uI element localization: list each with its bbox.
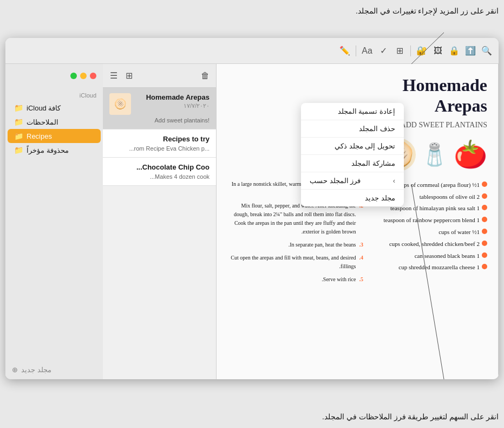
lock-icon[interactable]: 🔒: [449, 46, 460, 56]
deleted-folder-icon: 📁: [14, 146, 23, 154]
bullet-8: [482, 264, 487, 269]
toolbar: 🔍 ⬆️ 🔒 🖼 🔐 ⊞ ✓ Aa ✏️: [5, 38, 499, 64]
notes-list-toolbar: 🗑 ⊞ ☰: [103, 64, 216, 88]
context-menu-item-share[interactable]: مشاركة المجلد: [301, 155, 404, 172]
share-icon[interactable]: ⬆️: [465, 46, 476, 56]
instruction-2: 2. Mix flour, salt, pepper, and water. A…: [227, 202, 363, 236]
note-item-1-preview: !Add sweet plantains: [109, 117, 210, 124]
bullet-5: [482, 229, 487, 234]
tomato-illustration: 🍅: [454, 139, 487, 170]
all-icloud-folder-icon: 📁: [14, 103, 23, 112]
instruction-4: 4. Cut open the arepas and fill with mea…: [227, 254, 363, 271]
context-menu-item-sort[interactable]: › فرز المجلد حسب: [301, 172, 404, 190]
image-icon[interactable]: 🖼: [433, 46, 443, 56]
ingredient-7: 1 can seasoned black beans: [374, 251, 487, 262]
minimize-button[interactable]: [80, 73, 87, 79]
toolbar-left: 🔍 ⬆️ 🔒 🖼 🔐 ⊞ ✓ Aa ✏️: [12, 46, 492, 56]
note-item-1-title: Homemade Arepas: [135, 93, 210, 101]
sidebar-item-recently-deleted[interactable]: محذوفة مؤخراً 📁: [8, 143, 101, 157]
trash-icon[interactable]: 🗑: [200, 70, 211, 81]
close-button[interactable]: [90, 73, 96, 79]
context-menu-item-smart[interactable]: تحويل إلى مجلد ذكي: [301, 138, 404, 155]
notes-label: الملاحظات: [27, 118, 58, 126]
bullet-4: [482, 217, 487, 222]
compose-icon[interactable]: ✏️: [339, 46, 350, 56]
note-item-1-thumbnail: 🫓: [109, 93, 131, 115]
note-item-3-title: Chocolate Chip Coo...: [109, 163, 210, 171]
sidebar-titlebar: [5, 64, 103, 88]
instruction-5: 5. Serve with rice.: [227, 275, 363, 284]
note-item-1-date: ١٧/٧/٢٠٢٠: [135, 102, 210, 109]
sidebar-item-notes[interactable]: الملاحظات 📁: [8, 115, 101, 129]
content-area: HomemadeArepas ADD SWEET PLANTAINS! 🍅 🧂 …: [5, 64, 499, 379]
table-icon[interactable]: ⊞: [394, 46, 405, 56]
sidebar: iCloud كافة iCloud 📁 الملاحظات 📁 Recipes…: [5, 64, 103, 379]
all-icloud-label: كافة iCloud: [27, 104, 61, 112]
note-item-1-header: Homemade Arepas ١٧/٧/٢٠٢٠ 🫓: [109, 93, 210, 115]
recipes-folder-icon: 📁: [14, 132, 23, 140]
plus-icon: ⊕: [12, 366, 18, 374]
new-folder-button[interactable]: مجلد جديد ⊕: [5, 360, 103, 379]
new-folder-label: مجلد جديد: [21, 366, 51, 374]
search-icon[interactable]: 🔍: [481, 46, 492, 56]
toolbar-divider-2: [356, 46, 356, 56]
bullet-2: [482, 193, 487, 199]
bullet-3: [482, 205, 487, 210]
note-list-item-1[interactable]: Homemade Arepas ١٧/٧/٢٠٢٠ 🫓 !Add sweet p…: [103, 88, 216, 129]
icloud-section-header: iCloud: [5, 88, 103, 101]
ingredient-4: 1 teaspoon of rainbow peppercorn blend: [374, 215, 487, 226]
annotation-bottom: انقر على السهم لتغيير طريقة فرز الملاحظا…: [322, 411, 499, 423]
checkmark-icon[interactable]: ✓: [378, 46, 389, 56]
bullet-7: [482, 252, 487, 258]
sort-arrow-icon: ›: [393, 177, 395, 185]
maximize-button[interactable]: [70, 73, 77, 79]
note-list-item-3[interactable]: Chocolate Chip Coo... Makes 4 dozen cook…: [103, 158, 216, 186]
toolbar-divider-1: [410, 46, 411, 56]
note-list-item-2[interactable]: Recipes to try ...rom Recipe Eva Chicken…: [103, 129, 216, 158]
list-view-icon[interactable]: ☰: [108, 70, 119, 81]
annotation-top: انقر على زر المزيد لإجراء تغييرات في الم…: [356, 5, 499, 17]
context-menu-item-delete[interactable]: حذف المجلد: [301, 120, 404, 138]
context-menu: إعادة تسمية المجلد حذف المجلد تحويل إلى …: [301, 103, 404, 206]
lock2-icon[interactable]: 🔐: [416, 46, 427, 56]
text-format-icon[interactable]: Aa: [362, 46, 372, 56]
recipes-label: Recipes: [27, 132, 52, 140]
sidebar-item-recipes[interactable]: Recipes 📁: [8, 129, 101, 143]
ingredient-8: 1 cup shredded mozzarella cheese: [374, 262, 487, 273]
ingredient-6: 2 cups cooked, shredded chicken/beef: [374, 239, 487, 250]
recently-deleted-label: محذوفة مؤخراً: [27, 146, 69, 154]
note-item-2-preview: ...rom Recipe Eva Chicken p...: [109, 145, 210, 152]
sidebar-item-all-icloud[interactable]: كافة iCloud 📁: [8, 101, 101, 115]
salt-shaker-illustration: 🧂: [421, 142, 448, 167]
note-item-3-preview: Makes 4 dozen cook...: [109, 173, 210, 180]
notes-list-panel: 🗑 ⊞ ☰ Homemade Arepas ١٧/٧/٢٠٢٠ 🫓 !Add s…: [103, 64, 217, 379]
context-menu-item-new-folder[interactable]: مجلد جديد: [301, 190, 404, 206]
notes-folder-icon: 📁: [14, 118, 23, 126]
main-window: 🔍 ⬆️ 🔒 🖼 🔐 ⊞ ✓ Aa ✏️ HomemadeArepas ADD …: [5, 38, 499, 379]
instruction-3: 3. In separate pan, heat the beans.: [227, 241, 363, 249]
grid-view-icon[interactable]: ⊞: [123, 70, 134, 81]
bullet-1: [482, 181, 487, 187]
note-item-2-title: Recipes to try: [109, 135, 210, 143]
bullet-6: [482, 241, 487, 246]
ingredient-5: 1½ cups of water: [374, 227, 487, 238]
context-menu-item-rename[interactable]: إعادة تسمية المجلد: [301, 103, 404, 120]
